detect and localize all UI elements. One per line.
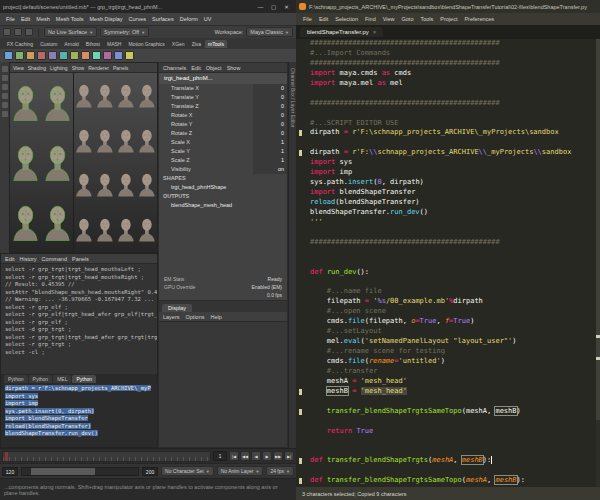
code-line[interactable] [296, 446, 600, 456]
shelf-tool-icon-3[interactable] [37, 51, 46, 60]
code-line[interactable]: sys.path.insert(0, dirpath) [296, 178, 600, 188]
blendshape-target-head-wireframe[interactable] [42, 133, 74, 193]
transport-button-3[interactable]: ▶ [262, 451, 272, 461]
code-line[interactable]: dirpath = r'F:\schnapp_projects_ARCHIVE\… [296, 128, 600, 138]
code-line[interactable]: transfer_blendShapeTrgtsSameTopo(meshA, … [296, 407, 600, 417]
fps-dropdown[interactable]: 24 fps ▼ [266, 466, 294, 476]
viewport-menu-0[interactable]: View [13, 65, 24, 71]
input-code-line[interactable]: dirpath = r'F:\schnapp_projects_ARCHIVE\… [5, 385, 157, 393]
blendshape-target-head[interactable] [116, 163, 137, 208]
channel-attribute-row[interactable]: Visibilityon [159, 165, 287, 174]
blendshape-target-head-wireframe[interactable] [10, 133, 42, 193]
blendshape-target-head[interactable] [136, 118, 157, 163]
blendshape-target-head[interactable] [116, 118, 137, 163]
channel-box-menu-0[interactable]: Channels [163, 65, 186, 71]
attribute-value[interactable]: 0 [253, 84, 287, 93]
code-line[interactable]: meshB = 'mesh_head' [296, 387, 600, 397]
script-editor-menu-1[interactable]: History [19, 256, 36, 262]
maya-menu-2[interactable]: Mesh [36, 16, 49, 22]
shelf-tool-icon-1[interactable] [15, 51, 24, 60]
tab-blendshapetransfer-py[interactable]: blendShapeTransfer.py × [300, 27, 383, 37]
blendshape-target-head[interactable] [95, 73, 116, 118]
lasso-tool-icon[interactable] [2, 75, 8, 81]
blendshape-target-head-wireframe[interactable] [42, 192, 74, 252]
rotate-tool-icon[interactable] [2, 102, 8, 108]
playback-start-field[interactable]: 120 [2, 467, 18, 476]
channel-attribute-row[interactable]: Translate Y0 [159, 93, 287, 102]
input-code-line[interactable]: blendShapeTransfer.run_dev() [5, 430, 157, 438]
viewport-menu-5[interactable]: Panels [113, 65, 128, 71]
viewport-menu-4[interactable]: Renderer [88, 65, 109, 71]
code-line[interactable]: import imp [296, 168, 600, 178]
code-line[interactable]: #...rename scene for testing [296, 347, 600, 357]
code-line[interactable]: import sys [296, 158, 600, 168]
channel-box-menu-2[interactable]: Object [206, 65, 222, 71]
code-line[interactable]: ########################################… [296, 39, 600, 49]
transport-button-1[interactable]: ◀◀ [240, 451, 250, 461]
transport-button-5[interactable]: ▶| [284, 451, 294, 461]
editor-menu-6[interactable]: Tools [420, 16, 433, 22]
code-line[interactable]: def transfer_blendShapeTrgtsSameTopo(mes… [296, 476, 600, 486]
attribute-value[interactable]: 0 [253, 93, 287, 102]
code-line[interactable]: blendShapeTransfer.run_dev() [296, 208, 600, 218]
workspace-dropdown[interactable]: Maya Classic ▼ [246, 27, 293, 37]
output-node[interactable]: blendShape_mesh_head [159, 201, 287, 210]
code-line[interactable]: ########################################… [296, 99, 600, 109]
viewport-menu-1[interactable]: Shading [28, 65, 46, 71]
maya-menu-7[interactable]: Deform [180, 16, 198, 22]
channel-attribute-row[interactable]: Translate X0 [159, 84, 287, 93]
editor-menu-0[interactable]: File [303, 16, 312, 22]
tab-display[interactable]: Display [162, 304, 192, 312]
script-editor-menu-3[interactable]: Panels [72, 256, 89, 262]
attribute-value[interactable]: on [253, 165, 287, 174]
blendshape-target-head[interactable] [95, 118, 116, 163]
shelf-tool-icon-7[interactable] [81, 51, 90, 60]
code-line[interactable]: def run_dev(): [296, 268, 600, 278]
script-editor-tab-2[interactable]: MEL [53, 375, 71, 383]
character-set-dropdown[interactable]: No Character Set ▼ [161, 466, 214, 476]
script-editor-history[interactable]: select -r grp_trgt|trgt_head_mouthsLeft … [1, 264, 157, 374]
attribute-value[interactable]: 0 [253, 129, 287, 138]
script-editor-menu-2[interactable]: Command [42, 256, 67, 262]
code-editor[interactable]: ########################################… [296, 39, 600, 487]
script-editor-tab-1[interactable]: Python [29, 375, 53, 383]
code-line[interactable] [296, 278, 600, 288]
shelf-tab-5[interactable]: Motion Graphics [125, 40, 167, 48]
code-line[interactable] [296, 417, 600, 427]
blendshape-target-head[interactable] [136, 207, 157, 252]
code-line[interactable]: dirpath = r'F:\\schnapp_projects_ARCHIVE… [296, 148, 600, 158]
blendshape-target-head[interactable] [136, 73, 157, 118]
maya-menu-0[interactable]: File [6, 16, 15, 22]
editor-menu-7[interactable]: Project [440, 16, 457, 22]
shelf-tab-1[interactable]: Custom [37, 40, 60, 48]
attribute-value[interactable]: 1 [253, 156, 287, 165]
editor-menu-1[interactable]: Edit [319, 16, 328, 22]
attribute-value[interactable]: 0 [253, 111, 287, 120]
shelf-tab-7[interactable]: Ziva [189, 40, 204, 48]
maya-menu-1[interactable]: Edit [21, 16, 30, 22]
script-editor-menu-0[interactable]: Edit [5, 256, 14, 262]
channel-attribute-row[interactable]: Rotate X0 [159, 111, 287, 120]
code-line[interactable]: mel.eval('setNamedPanelLayout "layout_us… [296, 337, 600, 347]
input-code-line[interactable]: import imp [5, 400, 157, 408]
paint-select-tool-icon[interactable] [2, 84, 8, 90]
shelf-tab-8[interactable]: mTools [205, 40, 227, 48]
shape-node[interactable]: trgt_head_phnHShape [159, 183, 287, 192]
input-code-line[interactable]: sys.path.insert(0, dirpath) [5, 408, 157, 416]
code-line[interactable]: #...open scene [296, 307, 600, 317]
scrollbar[interactable] [596, 39, 600, 487]
layer-editor-menu-0[interactable]: Layers [163, 314, 180, 320]
code-line[interactable]: filepath = '%s/00_example.mb'%dirpath [296, 297, 600, 307]
shelf-tool-icon-2[interactable] [26, 51, 35, 60]
layer-editor-menu-2[interactable]: Help [210, 314, 221, 320]
code-line[interactable] [296, 228, 600, 238]
live-surface-dropdown[interactable]: No Live Surface ▼ [44, 27, 97, 37]
move-tool-icon[interactable] [2, 93, 8, 99]
code-line[interactable]: import blendShapeTransfer [296, 188, 600, 198]
maya-menu-3[interactable]: Mesh Tools [56, 16, 84, 22]
script-editor-tab-3[interactable]: Python [72, 375, 96, 383]
snap-curve-icon[interactable] [25, 28, 33, 36]
channel-attribute-row[interactable]: Scale X1 [159, 138, 287, 147]
shelf-tool-icon-9[interactable] [103, 51, 112, 60]
sidebar-tab-strip[interactable]: Channel Box / Layer Editor [288, 62, 296, 448]
